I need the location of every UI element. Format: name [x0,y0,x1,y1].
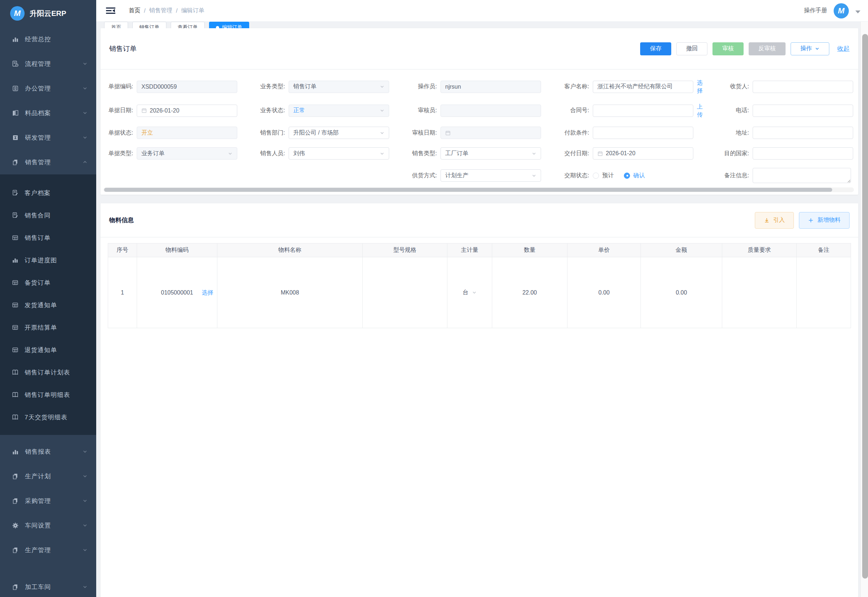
customer-input[interactable] [593,81,693,93]
audit-button[interactable]: 审核 [712,42,744,55]
address-input[interactable] [752,127,853,139]
sidebar-item-7day-delivery-report[interactable]: 7天交货明细表 [0,406,96,428]
horizontal-scrollbar-thumb[interactable] [104,188,832,192]
field-label: 销售人员: [254,150,289,157]
horizontal-scrollbar-track [104,187,854,192]
bill-date-picker[interactable]: 2026-01-20 [137,105,237,117]
cell-unit[interactable]: 台 [447,257,492,328]
breadcrumb-home[interactable]: 首页 [129,7,140,15]
bill-code-input[interactable] [137,81,237,93]
cell-unit-price[interactable]: 0.00 [567,257,641,328]
field-contract-no: 合同号: 上传 [554,103,716,118]
breadcrumb-sales-management[interactable]: 销售管理 [149,7,172,15]
avatar[interactable]: M [834,3,849,18]
vertical-scrollbar-thumb[interactable] [862,34,868,579]
field-bill-code: 单据编码: [104,79,254,94]
bill-type-select[interactable]: 业务订单 [137,147,237,160]
import-label: 引入 [773,216,785,224]
dest-country-input[interactable] [752,147,853,160]
bill-status-input[interactable] [137,127,237,139]
tab-view-order[interactable]: 查看订单 [171,22,205,28]
sidebar-item-office-management[interactable]: 办公管理 [0,76,96,101]
sidebar-item-label: 销售合同 [25,211,87,220]
col-header-material-name: 物料名称 [217,244,363,257]
col-header-unit-price: 单价 [567,244,641,257]
sidebar-item-sales-contract[interactable]: 销售合同 [0,204,96,227]
user-menu-caret-icon[interactable] [855,10,861,13]
open-book-icon [12,369,18,376]
sales-type-select[interactable]: 工厂订单 [440,147,541,160]
tab-edit-order[interactable]: 编辑订单 [209,22,249,28]
material-code-value: 0105000001 [161,290,193,296]
unaudit-button[interactable]: 反审核 [749,42,785,55]
sales-dept-select[interactable]: 升阳公司 / 市场部 [289,127,389,139]
sidebar-item-customer-archive[interactable]: 客户档案 [0,182,96,204]
field-operator: 操作员: [404,79,554,94]
withdraw-button[interactable]: 撤回 [676,42,707,55]
row-choose-link[interactable]: 选择 [202,289,213,296]
remark-textarea[interactable] [752,168,851,183]
sidebar-item-return-notice[interactable]: 退货通知单 [0,339,96,361]
contract-upload-link[interactable]: 上传 [697,103,706,118]
sidebar-item-processing-workshop[interactable]: 加工车间 [0,575,96,597]
manual-link[interactable]: 操作手册 [804,7,827,15]
supply-mode-select[interactable]: 计划生产 [440,169,541,182]
field-label: 客户名称: [554,83,593,91]
sidebar-item-process-management[interactable]: 流程管理 [0,51,96,76]
sidebar-item-shipping-notice[interactable]: 发货通知单 [0,294,96,316]
import-button[interactable]: 引入 [755,212,794,229]
sidebar-item-sales-management[interactable]: 销售管理 [0,150,96,174]
cell-quality[interactable] [722,257,797,328]
contract-no-input[interactable] [593,105,693,117]
sidebar-collapse-icon[interactable] [106,6,117,16]
add-material-button[interactable]: 新增物料 [799,212,850,229]
sidebar-item-material-archive[interactable]: 料品档案 [0,101,96,125]
document-edit-icon [12,212,18,218]
sidebar-item-sales-order[interactable]: 销售订单 [0,227,96,249]
customer-choose-link[interactable]: 选择 [697,79,706,94]
sidebar-item-sales-order-detail-report[interactable]: 销售订单明细表 [0,383,96,406]
sidebar-item-stock-order[interactable]: 备货订单 [0,271,96,294]
tab-home[interactable]: 首页 [104,22,128,28]
sidebar-item-sales-order-plan-report[interactable]: 销售订单计划表 [0,361,96,383]
sidebar-item-rnd-management[interactable]: 研发管理 [0,125,96,150]
delivery-date-picker[interactable]: 2026-01-20 [593,147,693,160]
biz-type-select[interactable]: 销售订单 [289,81,389,93]
payment-terms-input[interactable] [593,127,693,139]
field-salesman: 销售人员: 刘伟 [254,147,404,160]
radio-confirmed[interactable]: 确认 [624,172,645,180]
biz-status-select[interactable]: 正常 [289,105,389,117]
sidebar-item-label: 发货通知单 [25,301,87,309]
operator-input[interactable] [440,81,541,93]
sidebar-item-invoice-settlement[interactable]: 开票结算单 [0,316,96,339]
field-biz-status: 业务状态: 正常 [254,103,404,118]
sidebar-item-sales-reports[interactable]: 销售报表 [0,439,96,464]
sidebar-item-order-progress-chart[interactable]: 订单进度图 [0,249,96,271]
tab-sales-order[interactable]: 销售订单 [132,22,166,28]
sidebar-item-label: 流程管理 [25,60,76,68]
add-material-label: 新增物料 [818,216,840,224]
sidebar-item-purchase-management[interactable]: 采购管理 [0,489,96,513]
cell-remark[interactable] [797,257,851,328]
field-dest-country: 目的国家: [716,147,853,160]
save-button[interactable]: 保存 [640,42,671,55]
sidebar-item-production-plan[interactable]: 生产计划 [0,464,96,489]
sidebar-item-business-overview[interactable]: 经营总控 [0,27,96,51]
form-actions: 保存 撤回 审核 反审核 操作 收起 [640,42,850,55]
cell-spec[interactable] [363,257,447,328]
receiver-input[interactable] [752,81,853,93]
sidebar-item-production-management[interactable]: 生产管理 [0,538,96,562]
auditor-input[interactable] [440,105,541,117]
audit-date-picker[interactable] [440,127,541,139]
salesman-select[interactable]: 刘伟 [289,147,389,160]
cell-material-code[interactable]: 0105000001 选择 [137,257,217,328]
cell-quantity[interactable]: 22.00 [492,257,567,328]
operate-button[interactable]: 操作 [791,42,829,55]
sidebar-item-workshop-settings[interactable]: 车间设置 [0,513,96,538]
collapse-link[interactable]: 收起 [837,45,850,53]
cell-material-name[interactable]: MK008 [217,257,363,328]
radio-checked-icon [624,172,630,179]
phone-input[interactable] [752,105,853,117]
radio-estimated[interactable]: 预计 [593,172,614,180]
table-header-row: 序号 物料编码 物料名称 型号规格 主计量 数量 单价 金额 质量要求 备注 [108,244,851,257]
